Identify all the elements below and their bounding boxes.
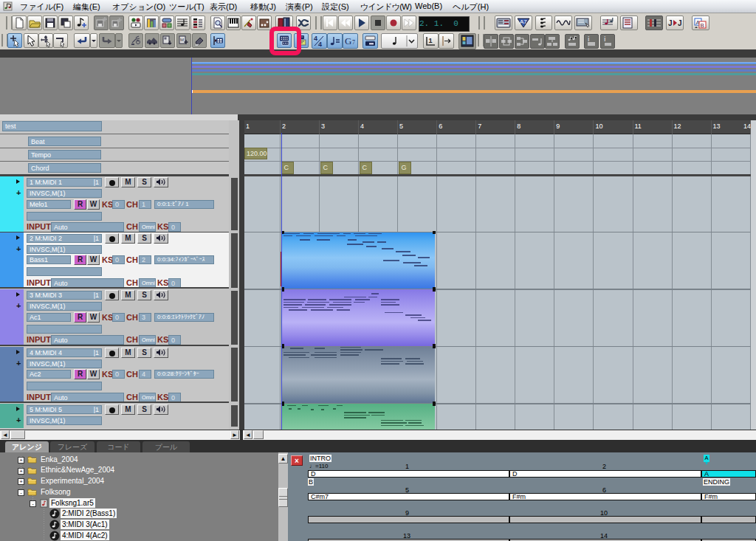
svg-text:i: i (604, 35, 606, 43)
svg-text:7: 7 (352, 39, 355, 46)
svg-text:G: G (345, 35, 351, 46)
svg-text:A7: A7 (520, 18, 527, 25)
svg-text:i: i (588, 35, 590, 43)
svg-text:1: 1 (429, 37, 433, 44)
svg-text:J: J (678, 19, 682, 27)
svg-text:4: 4 (314, 35, 317, 42)
svg-text:J: J (668, 19, 673, 27)
svg-text:M: M (180, 38, 184, 42)
svg-text:B: B (701, 22, 704, 29)
